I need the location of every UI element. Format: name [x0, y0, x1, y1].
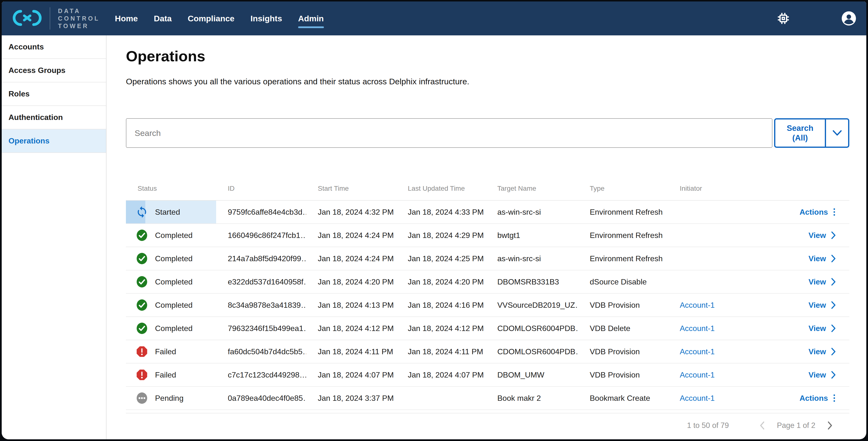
- operation-id: 0a789ea40dec4f0e85…: [216, 394, 306, 403]
- operation-id: e322dd537d1640958f…: [216, 277, 306, 286]
- table-row[interactable]: Failed fa60dc504b7d4dc5b5… Jan 18, 2024 …: [126, 340, 849, 364]
- brand-logo[interactable]: DATA CONTROL TOWER: [12, 7, 100, 30]
- status-label: Completed: [155, 231, 193, 240]
- start-time: Jan 18, 2024 4:11 PM …: [306, 347, 396, 356]
- start-time: Jan 18, 2024 4:20 PM …: [306, 277, 396, 286]
- operation-type: Bookmark Create: [578, 394, 668, 403]
- last-updated-time: Jan 18, 2024 4:33 PM …: [396, 208, 486, 216]
- target-name: DBOMSRB331B3: [486, 277, 578, 286]
- row-action-button[interactable]: View: [809, 371, 836, 379]
- target-name: as-win-src-si: [486, 208, 578, 216]
- status-label: Started: [155, 208, 180, 216]
- page-description: Operations shows you all the various ope…: [126, 76, 849, 87]
- search-options-toggle[interactable]: [825, 120, 848, 146]
- row-action-button[interactable]: View: [809, 277, 836, 286]
- action-cell: View: [741, 347, 849, 356]
- pagination-next-icon[interactable]: [825, 420, 835, 431]
- initiator-link[interactable]: Account-1: [680, 301, 715, 309]
- app-window: DATA CONTROL TOWER Home Data Compliance …: [2, 1, 866, 439]
- row-action-button[interactable]: View: [809, 254, 836, 263]
- action-cell: View: [741, 231, 849, 240]
- sidebar-item-authentication[interactable]: Authentication: [2, 106, 106, 129]
- status-label: Completed: [155, 301, 193, 310]
- table-row[interactable]: Failed c7c17c123cd449298… Jan 18, 2024 4…: [126, 364, 849, 387]
- table-row[interactable]: Completed e322dd537d1640958f… Jan 18, 20…: [126, 270, 849, 294]
- initiator-cell: Account-1: [668, 324, 741, 333]
- status-label: Pending: [155, 394, 183, 403]
- sidebar-item-operations[interactable]: Operations: [2, 129, 106, 153]
- initiator-cell: Account-1: [668, 394, 741, 403]
- nav-item-compliance[interactable]: Compliance: [188, 1, 235, 35]
- start-time: Jan 18, 2024 4:07 PM …: [306, 371, 396, 379]
- pagination-prev-icon[interactable]: [757, 420, 767, 431]
- col-header-id: ID: [216, 184, 306, 193]
- status-completed-check-icon: [135, 229, 148, 242]
- sidebar-item-roles[interactable]: Roles: [2, 82, 106, 106]
- status-cell: Completed: [126, 270, 216, 293]
- sidebar-item-accounts[interactable]: Accounts: [2, 35, 106, 59]
- status-pending-dots-icon: [135, 392, 148, 404]
- col-header-last-updated: Last Updated Time: [396, 184, 486, 193]
- status-completed-check-icon: [135, 275, 148, 288]
- status-cell: Failed: [126, 340, 216, 363]
- target-name: CDOMLOSR6004PDB…: [486, 324, 578, 333]
- row-action-button[interactable]: View: [809, 324, 836, 333]
- target-name: DBOM_UMW: [486, 371, 578, 379]
- initiator-link[interactable]: Account-1: [680, 371, 715, 379]
- initiator-link[interactable]: Account-1: [680, 324, 715, 333]
- row-action-button[interactable]: View: [809, 347, 836, 356]
- api-chip-icon[interactable]: [776, 11, 791, 26]
- initiator-cell: Account-1: [668, 371, 741, 379]
- row-action-button[interactable]: Actions: [800, 394, 836, 403]
- operation-id: 9759fc6affe84e4cb3d…: [216, 208, 306, 216]
- table-row[interactable]: Started 9759fc6affe84e4cb3d… Jan 18, 202…: [126, 201, 849, 224]
- target-name: Book makr 2: [486, 394, 578, 403]
- chevron-right-icon: [831, 278, 836, 286]
- initiator-link[interactable]: Account-1: [680, 347, 715, 356]
- col-header-status: Status: [126, 184, 216, 193]
- row-action-button[interactable]: Actions: [800, 208, 836, 216]
- operation-type: VDB Provision: [578, 347, 668, 356]
- chevron-right-icon: [831, 255, 836, 263]
- table-row[interactable]: Completed 8c34a9878e3a41839… Jan 18, 202…: [126, 294, 849, 317]
- status-label: Completed: [155, 277, 193, 286]
- status-started-refresh-icon: [135, 206, 148, 218]
- status-cell: Completed: [126, 224, 216, 247]
- row-action-button[interactable]: View: [809, 301, 836, 310]
- row-action-label: Actions: [800, 394, 828, 403]
- admin-sidebar: Accounts Access Groups Roles Authenticat…: [2, 35, 106, 439]
- nav-item-insights[interactable]: Insights: [251, 1, 282, 35]
- target-name: VVSourceDB2019_UZ…: [486, 301, 578, 310]
- nav-item-data[interactable]: Data: [154, 1, 172, 35]
- initiator-cell: Account-1: [668, 301, 741, 310]
- table-row[interactable]: Completed 1660496c86f247fcb1… Jan 18, 20…: [126, 224, 849, 247]
- row-action-button[interactable]: View: [809, 231, 836, 240]
- col-header-type: Type: [578, 184, 668, 193]
- status-label: Failed: [155, 347, 176, 356]
- kebab-menu-icon: [833, 394, 836, 403]
- action-cell: View: [741, 324, 849, 333]
- pagination-bar: 1 to 50 of 79 Page 1 of 2: [126, 413, 849, 438]
- brand-divider: [50, 7, 50, 30]
- action-cell: View: [741, 301, 849, 310]
- row-action-label: Actions: [800, 208, 828, 216]
- operation-type: VDB Delete: [578, 324, 668, 333]
- action-cell: View: [741, 254, 849, 263]
- operation-type: Environment Refresh: [578, 208, 668, 216]
- nav-item-home[interactable]: Home: [115, 1, 138, 35]
- top-navbar: DATA CONTROL TOWER Home Data Compliance …: [2, 1, 866, 35]
- status-label: Failed: [155, 371, 176, 379]
- table-row[interactable]: Completed 79632346f15b499ea1… Jan 18, 20…: [126, 317, 849, 340]
- table-row[interactable]: Completed 214a7ab8f5d9420f99… Jan 18, 20…: [126, 247, 849, 270]
- search-input[interactable]: [126, 118, 772, 148]
- account-avatar-icon[interactable]: [841, 11, 857, 26]
- chevron-right-icon: [831, 301, 836, 309]
- search-all-button[interactable]: Search (All): [775, 120, 825, 146]
- row-action-label: View: [809, 301, 826, 310]
- initiator-link[interactable]: Account-1: [680, 394, 715, 403]
- operation-type: Environment Refresh: [578, 231, 668, 240]
- sidebar-item-access-groups[interactable]: Access Groups: [2, 59, 106, 82]
- table-row[interactable]: Pending 0a789ea40dec4f0e85… Jan 18, 2024…: [126, 387, 849, 410]
- col-header-target-name: Target Name: [486, 184, 578, 193]
- nav-item-admin[interactable]: Admin: [298, 1, 324, 35]
